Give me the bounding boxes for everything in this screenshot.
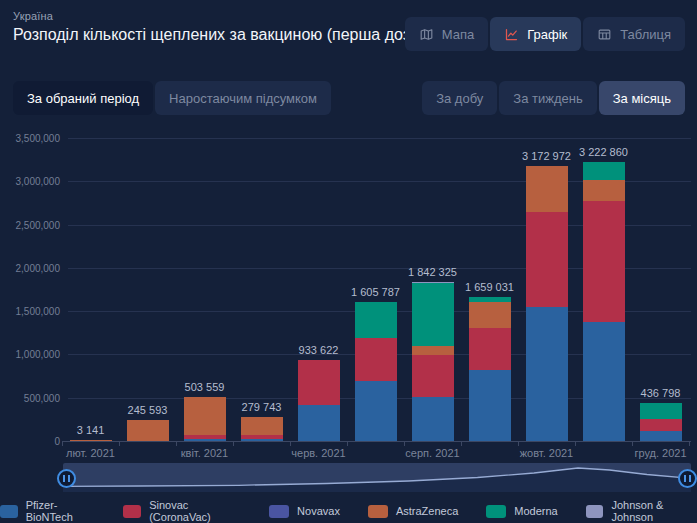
- bar-value-label: 1 605 787: [330, 286, 422, 298]
- bar-segment-moderna: [640, 403, 682, 419]
- period-tab-month[interactable]: За місяць: [599, 81, 685, 115]
- bar-segment-astrazeneca: [70, 440, 112, 442]
- x-axis-tick: [404, 442, 405, 446]
- mode-switcher: За обраний періодНаростаючим підсумком: [13, 81, 331, 115]
- bar-value-label: 3 141: [45, 424, 137, 436]
- gridline: [68, 138, 691, 139]
- bar-value-label: 279 743: [216, 401, 308, 413]
- legend-label-moderna: Moderna: [514, 505, 557, 517]
- view-tab-table[interactable]: Таблиця: [583, 17, 685, 51]
- slider-left-handle[interactable]: [57, 469, 76, 488]
- bar-segment-sinovac-coronavac: [640, 419, 682, 431]
- bar-segment-sinovac-coronavac: [298, 360, 340, 404]
- bar-segment-sinovac-coronavac: [469, 328, 511, 370]
- legend-swatch-sinovac-coronavac: [123, 505, 141, 518]
- bar-segment-sinovac-coronavac: [526, 212, 568, 306]
- y-axis-tick-label: 500,000: [0, 393, 60, 404]
- view-tab-chart-label: Графік: [527, 27, 567, 42]
- period-tab-month-label: За місяць: [613, 91, 671, 106]
- x-axis-label: лют. 2021: [46, 447, 136, 459]
- bar-value-label: 1 842 325: [387, 266, 479, 278]
- x-axis-label: черв. 2021: [274, 447, 364, 459]
- bar-segment-astrazeneca: [127, 420, 169, 441]
- bar-segment-astrazeneca: [241, 417, 283, 436]
- view-switcher: МапаГрафікТаблиця: [405, 17, 685, 51]
- bar-value-label: 1 659 031: [444, 281, 536, 293]
- x-axis-label: груд. 2021: [616, 447, 697, 459]
- x-axis-label: жовт. 2021: [502, 447, 592, 459]
- bar-segment-sinovac-coronavac: [355, 338, 397, 381]
- bar-value-label: 503 559: [159, 381, 251, 393]
- view-tab-map[interactable]: Мапа: [405, 17, 488, 51]
- y-axis-tick-label: 2,000,000: [0, 263, 60, 274]
- x-axis-tick: [575, 442, 576, 446]
- y-axis-tick-label: 0: [0, 436, 60, 447]
- x-axis-tick: [461, 442, 462, 446]
- x-axis-tick: [632, 442, 633, 446]
- legend-item-astrazeneca[interactable]: AstraZeneca: [368, 505, 458, 518]
- bar-value-label: 3 222 860: [558, 146, 650, 158]
- period-tab-day[interactable]: За добу: [422, 81, 497, 115]
- legend-item-johnson-johnson[interactable]: Johnson & Johnson: [586, 499, 697, 523]
- legend-swatch-moderna: [486, 505, 506, 518]
- bar-segment-astrazeneca: [526, 166, 568, 212]
- x-axis-tick: [62, 442, 63, 446]
- chart-icon: [504, 27, 519, 42]
- table-icon: [597, 27, 612, 42]
- x-axis-tick: [689, 442, 690, 446]
- bar-value-label: 436 798: [615, 387, 697, 399]
- y-axis-tick-label: 1,500,000: [0, 306, 60, 317]
- bar-segment-sinovac-coronavac: [583, 201, 625, 322]
- legend-item-sinovac-coronavac[interactable]: Sinovac (CoronaVac): [123, 499, 241, 523]
- y-axis-tick-label: 3,000,000: [0, 176, 60, 187]
- bar-segment-moderna: [583, 162, 625, 180]
- legend-item-novavax[interactable]: Novavax: [269, 505, 340, 518]
- bar-segment-sinovac-coronavac: [184, 435, 226, 439]
- bar-segment-pfizer-biontech: [583, 322, 625, 441]
- header: Україна Розподіл кількості щеплених за в…: [13, 10, 424, 44]
- bar-value-label: 933 622: [273, 344, 365, 356]
- country-label: Україна: [13, 10, 424, 22]
- x-axis-tick: [119, 442, 120, 446]
- bar-segment-astrazeneca: [583, 180, 625, 202]
- legend-swatch-novavax: [269, 505, 289, 518]
- page-title: Розподіл кількості щеплених за вакциною …: [13, 26, 424, 44]
- bar-segment-astrazeneca: [412, 346, 454, 355]
- time-range-slider[interactable]: [63, 463, 691, 492]
- bar-segment-pfizer-biontech: [640, 431, 682, 441]
- x-axis-label: квіт. 2021: [160, 447, 250, 459]
- pause-bars-icon: [689, 475, 691, 482]
- mode-tab-selected-period[interactable]: За обраний період: [13, 81, 153, 115]
- bar-segment-pfizer-biontech: [526, 307, 568, 441]
- period-tab-week[interactable]: За тиждень: [499, 81, 596, 115]
- x-axis-tick: [233, 442, 234, 446]
- slider-right-handle[interactable]: [678, 469, 697, 488]
- x-axis-tick: [176, 442, 177, 446]
- bar-segment-pfizer-biontech: [469, 370, 511, 441]
- legend-swatch-johnson-johnson: [586, 505, 604, 518]
- bar-segment-moderna: [355, 302, 397, 338]
- bar-value-label: 245 593: [102, 404, 194, 416]
- legend-label-astrazeneca: AstraZeneca: [396, 505, 458, 517]
- legend-label-pfizer-biontech: Pfizer-BioNTech: [26, 499, 96, 523]
- map-icon: [419, 27, 434, 42]
- pause-bars-icon: [68, 475, 70, 482]
- mode-tab-selected-period-label: За обраний період: [27, 91, 139, 106]
- mode-tab-cumulative-label: Наростаючим підсумком: [169, 91, 317, 106]
- bar-segment-moderna: [469, 297, 511, 302]
- y-axis-tick-label: 1,000,000: [0, 349, 60, 360]
- x-axis-label: серп. 2021: [388, 447, 478, 459]
- mode-tab-cumulative[interactable]: Наростаючим підсумком: [155, 81, 331, 115]
- slider-sparkline: [63, 463, 691, 492]
- bar-segment-pfizer-biontech: [298, 405, 340, 441]
- bar-segment-pfizer-biontech: [241, 439, 283, 441]
- view-tab-chart[interactable]: Графік: [490, 17, 581, 51]
- bar-segment-pfizer-biontech: [184, 439, 226, 441]
- bar-segment-sinovac-coronavac: [412, 355, 454, 397]
- legend-item-pfizer-biontech[interactable]: Pfizer-BioNTech: [0, 499, 95, 523]
- y-axis-tick-label: 2,500,000: [0, 220, 60, 231]
- legend-item-moderna[interactable]: Moderna: [486, 505, 557, 518]
- legend-swatch-pfizer-biontech: [0, 505, 18, 518]
- view-tab-table-label: Таблиця: [620, 27, 671, 42]
- legend-swatch-astrazeneca: [368, 505, 388, 518]
